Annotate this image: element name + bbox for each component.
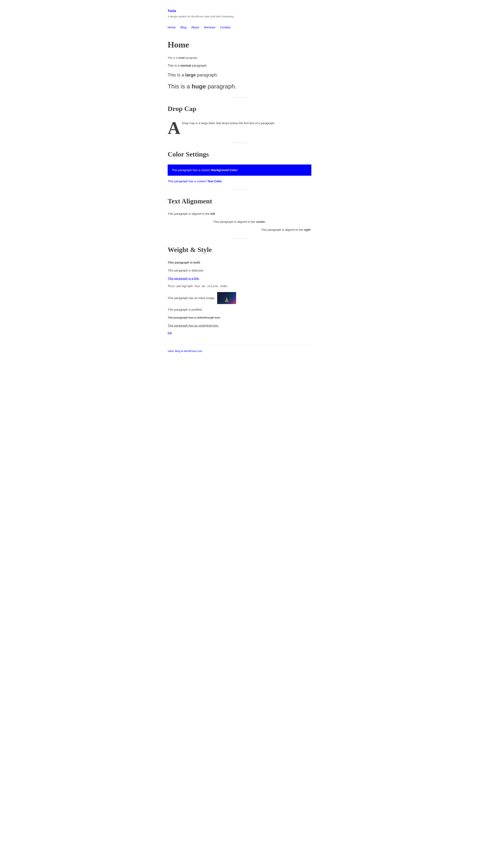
edit-link-container: Edit bbox=[168, 331, 311, 335]
paragraph-italic: This paragraph is italicized. bbox=[168, 268, 311, 273]
drop-cap-title: Drop Cap bbox=[168, 103, 311, 114]
bg-paragraph-bold: Background Color bbox=[211, 168, 237, 172]
paragraph-inline-image: This paragraph has an inline image. bbox=[168, 292, 311, 304]
main-nav: Home Blog About Services Contact bbox=[168, 25, 311, 30]
align-center-text-before: This paragraph is aligned to the bbox=[213, 220, 256, 223]
main-content: Home This is a small paragraph. This is … bbox=[168, 36, 311, 345]
align-right-bold: right bbox=[304, 228, 311, 231]
align-right-text-after: . bbox=[311, 228, 311, 231]
paragraph-large: This is a large paragraph. bbox=[168, 71, 311, 79]
footer-site-link[interactable]: Varia bbox=[168, 349, 173, 352]
site-description: A design system for WordPress sites buil… bbox=[168, 14, 311, 19]
paragraph-underlined: This paragraph has an underlined text. bbox=[168, 323, 311, 328]
text-color-bold: Text Color bbox=[207, 180, 222, 183]
text-color-text-before: This paragraph has a custom bbox=[168, 180, 207, 183]
paragraph-huge-text-after: paragraph. bbox=[206, 83, 236, 90]
paragraph-normal-text-before: This is a bbox=[168, 64, 181, 67]
paragraph-small-text-before: This is a bbox=[168, 56, 178, 59]
nav-home-link[interactable]: Home bbox=[168, 26, 175, 29]
drop-cap-container: A Drop Cap is a large letter that drops … bbox=[168, 119, 311, 137]
paragraph-large-text-after: paragraph. bbox=[196, 72, 218, 78]
paragraph-large-bold: large bbox=[185, 72, 196, 78]
paragraph-link: This paragraph is a link. bbox=[168, 276, 311, 281]
paragraph-normal-text-after: paragraph. bbox=[191, 64, 207, 67]
paragraph-align-right: This paragraph is aligned to the right. bbox=[168, 227, 311, 232]
paragraph-small-text-after: paragraph. bbox=[185, 56, 198, 59]
drop-cap-letter: A bbox=[168, 119, 181, 137]
align-left-text-before: This paragraph is aligned to the bbox=[168, 212, 210, 215]
align-left-text-after: . bbox=[215, 212, 216, 215]
text-color-text-after: . bbox=[222, 180, 223, 183]
bg-paragraph-text-after: . bbox=[237, 168, 238, 172]
align-center-bold: center bbox=[256, 220, 265, 223]
custom-bg-paragraph: This paragraph has a custom Background C… bbox=[168, 164, 311, 176]
paragraph-small-bold: small bbox=[178, 56, 185, 59]
weight-style-title: Weight & Style bbox=[168, 244, 311, 255]
site-title: Varia bbox=[168, 8, 311, 14]
align-left-bold: left bbox=[210, 212, 215, 215]
paragraph-strikethrough: This paragraph has a strikethrough text. bbox=[168, 315, 311, 320]
inline-image bbox=[217, 292, 236, 304]
paragraph-normal-bold: normal bbox=[181, 64, 191, 67]
drop-cap-text: Drop Cap is a large letter that drops be… bbox=[182, 119, 276, 126]
paragraph-bold: This paragraph is bold. bbox=[168, 260, 311, 265]
paragraph-code: This paragraph has an inline code. bbox=[168, 284, 311, 289]
custom-text-color-paragraph: This paragraph has a custom Text Color. bbox=[168, 179, 311, 184]
paragraph-huge-bold: huge bbox=[192, 83, 206, 90]
footer-separator: . bbox=[173, 349, 175, 352]
edit-link[interactable]: Edit bbox=[168, 332, 172, 334]
footer-blog-link[interactable]: Blog at WordPress.com. bbox=[175, 349, 203, 352]
nav-services-link[interactable]: Services bbox=[204, 26, 215, 29]
paragraph-huge: This is a huge paragraph. bbox=[168, 82, 311, 91]
nav-contact-link[interactable]: Contact bbox=[220, 26, 230, 29]
inline-image-text: This paragraph has an inline image. bbox=[168, 296, 215, 301]
paragraph-small: This is a small paragraph. bbox=[168, 56, 311, 60]
nav-blog-link[interactable]: Blog bbox=[181, 26, 186, 29]
site-title-link[interactable]: Varia bbox=[168, 9, 176, 13]
paragraph-align-left: This paragraph is aligned to the left. bbox=[168, 211, 311, 216]
site-footer: Varia. Blog at WordPress.com. bbox=[168, 345, 311, 357]
paragraph-link-anchor[interactable]: This paragraph is a link. bbox=[168, 277, 199, 280]
paragraph-justified: This paragraph is justified. bbox=[168, 307, 311, 312]
align-center-text-after: . bbox=[265, 220, 266, 223]
align-right-text-before: This paragraph is aligned to the bbox=[261, 228, 304, 231]
site-header: Varia A design system for WordPress site… bbox=[168, 4, 311, 21]
paragraph-large-text-before: This is a bbox=[168, 72, 185, 78]
paragraph-align-center: This paragraph is aligned to the center. bbox=[168, 219, 311, 224]
bg-paragraph-text-before: This paragraph has a custom bbox=[172, 168, 211, 172]
text-alignment-title: Text Alignment bbox=[168, 196, 311, 207]
paragraph-normal: This is a normal paragraph. bbox=[168, 63, 311, 68]
paragraph-huge-text-before: This is a bbox=[168, 83, 192, 90]
color-settings-title: Color Settings bbox=[168, 149, 311, 160]
page-title: Home bbox=[168, 40, 311, 50]
nav-about-link[interactable]: About bbox=[191, 26, 199, 29]
